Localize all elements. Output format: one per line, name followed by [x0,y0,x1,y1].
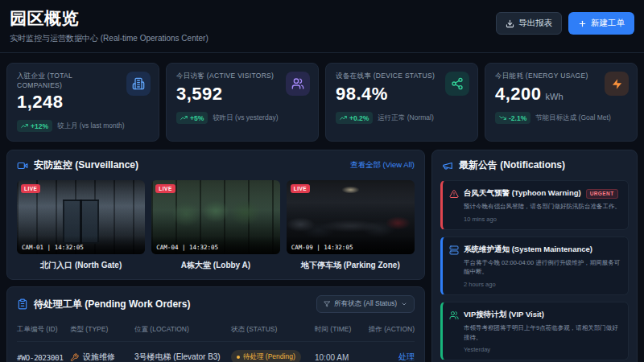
camera-caption: 北门入口 (North Gate) [17,260,145,271]
left-column: 安防监控 (Surveillance) 查看全部 (View All) LIVE… [6,150,425,362]
notification-body: 预计今晚有强台风登陆，请各部门做好防汛防台准备工作。 [464,202,622,212]
live-badge: LIVE [21,184,40,193]
order-type: 设施维修 [70,352,134,362]
stat-value: 4,200 [495,84,542,105]
stat-unit: kWh [546,92,564,101]
trend-up-icon [180,114,188,121]
visitors-icon [286,72,310,96]
funnel-icon [324,301,330,307]
trend-badge: +5% [176,112,208,124]
stat-card-device-status: 设备在线率 (DEVICE STATUS) 98.4% +0.2% 运行正常 (… [325,63,478,142]
header-actions: 导出报表 新建工单 [496,12,634,35]
notification-title: 系统维护通知 (System Maintenance) [464,245,592,255]
stat-card-energy-usage: 今日能耗 (ENERGY USAGE) 4,200kWh -2.1% 节能目标达… [485,63,638,142]
order-type-label: 设施维修 [83,352,115,362]
page-header: 园区概览 实时监控与运营数据中心 (Real-time Operations C… [0,0,644,53]
trend-value: -2.1% [509,114,526,122]
order-action-link[interactable]: 处理 [368,352,415,362]
device-network-icon [445,72,469,96]
trend-up-icon [21,122,28,130]
trend-badge: -2.1% [495,112,530,124]
stat-note: 节能目标达成 (Goal Met) [535,113,611,123]
col-header-status: 状态 (STATUS) [231,325,315,335]
camera-meta: CAM-04 | 14:32:05 [151,236,279,254]
notification-title: VIP接待计划 (VIP Visit) [464,310,544,320]
col-header-type: 类型 (TYPE) [70,325,134,335]
stat-note: 运行正常 (Normal) [378,113,433,123]
order-location: 3号楼电梯 (Elevator B3) [134,352,231,362]
camera-tile-north-gate[interactable]: LIVE CAM-01 | 14:32:05 北门入口 (North Gate) [17,180,145,271]
notification-system-maintenance[interactable]: 系统维护通知 (System Maintenance) 平台将于今晚 02:00… [440,237,629,295]
camera-meta: CAM-01 | 14:32:05 [17,236,145,254]
trend-value: +5% [190,114,204,122]
camera-caption: 地下停车场 (Parking Zone) [287,260,415,271]
urgent-badge: URGENT [586,189,618,199]
energy-bolt-icon [605,72,629,96]
status-filter-dropdown[interactable]: 所有状态 (All Status) [316,295,415,313]
trend-up-icon [340,114,347,121]
table-row: #WO-2023001 设施维修 3号楼电梯 (Elevator B3) 待处理… [17,341,415,362]
stat-note: 较昨日 (vs yesterday) [213,113,278,123]
camera-tile-lobby-a[interactable]: LIVE CAM-04 | 14:32:05 A栋大堂 (Lobby A) [151,180,279,271]
trend-value: +12% [31,122,48,130]
building-icon [126,72,151,96]
notifications-panel: 最新公告 (Notifications) 台风天气预警 (Typhoon War… [431,150,638,362]
notification-body: 市领导考察团将于明日上午9点莅临参观，请相关部门做好接待。 [464,323,622,342]
notifications-title: 最新公告 (Notifications) [459,158,565,172]
notification-content: 台风天气预警 (Typhoon Warning) URGENT 预计今晚有强台风… [464,188,622,223]
view-all-link[interactable]: 查看全部 (View All) [350,160,415,171]
notification-time: 2 hours ago [464,281,622,288]
trend-value: +0.2% [349,114,369,122]
notification-typhoon-warning[interactable]: 台风天气预警 (Typhoon Warning) URGENT 预计今晚有强台风… [440,180,629,230]
camera-meta: CAM-09 | 14:32:05 [287,236,415,254]
video-camera-icon [17,160,28,171]
live-badge: LIVE [291,184,310,193]
notification-body: 平台将于今晚 02:00-04:00 进行例行升级维护，期间服务可能中断。 [464,258,622,277]
stat-value: 98.4% [336,84,388,105]
trend-badge: +0.2% [336,112,373,124]
table-header-row: 工单编号 (ID) 类型 (TYPE) 位置 (LOCATION) 状态 (ST… [17,319,415,341]
warning-triangle-icon [449,189,459,223]
chevron-down-icon [401,301,407,307]
order-status: 待处理 (Pending) [231,350,315,362]
col-header-time: 时间 (TIME) [315,325,368,335]
status-filter-label: 所有状态 (All Status) [334,299,397,309]
megaphone-icon [442,160,453,171]
export-report-label: 导出报表 [518,18,552,29]
stat-value: 1,248 [17,92,64,113]
order-id: #WO-2023001 [17,353,70,362]
wrench-icon [70,353,79,362]
live-badge: LIVE [155,184,175,193]
stat-card-active-visitors: 今日访客 (ACTIVE VISITORS) 3,592 +5% 较昨日 (vs… [166,63,319,142]
col-header-action: 操作 (ACTION) [368,325,415,335]
header-text: 园区概览 实时监控与运营数据中心 (Real-time Operations C… [10,7,208,44]
stat-note: 较上月 (vs last month) [57,121,125,131]
camera-feed-lobby-a: LIVE CAM-04 | 14:32:05 [151,180,279,254]
work-orders-table: 工单编号 (ID) 类型 (TYPE) 位置 (LOCATION) 状态 (ST… [17,319,415,362]
work-orders-title: 待处理工单 (Pending Work Orders) [34,298,190,311]
plus-icon [578,19,587,28]
server-icon [449,245,459,288]
notification-content: VIP接待计划 (VIP Visit) 市领导考察团将于明日上午9点莅临参观，请… [464,310,622,353]
camera-tile-parking-zone[interactable]: LIVE CAM-09 | 14:32:05 地下停车场 (Parking Zo… [287,180,415,271]
notification-list: 台风天气预警 (Typhoon Warning) URGENT 预计今晚有强台风… [440,180,629,362]
surveillance-title: 安防监控 (Surveillance) [34,158,138,172]
notification-time: 10 mins ago [464,216,622,223]
page-subtitle: 实时监控与运营数据中心 (Real-time Operations Center… [10,33,208,44]
new-work-order-label: 新建工单 [591,18,625,29]
download-icon [506,19,514,28]
trend-down-icon [499,114,506,121]
notification-vip-visit[interactable]: VIP接待计划 (VIP Visit) 市领导考察团将于明日上午9点莅临参观，请… [440,302,629,360]
status-badge: 待处理 (Pending) [231,350,301,362]
order-time: 10:00 AM [315,353,368,362]
stat-card-total-companies: 入驻企业 (TOTAL COMPANIES) 1,248 +12% 较上月 (v… [6,63,159,142]
new-work-order-button[interactable]: 新建工单 [568,12,634,35]
export-report-button[interactable]: 导出报表 [496,12,562,35]
main-content: 安防监控 (Surveillance) 查看全部 (View All) LIVE… [0,142,644,362]
notification-time: Yesterday [464,346,622,353]
col-header-location: 位置 (LOCATION) [134,325,231,335]
surveillance-panel: 安防监控 (Surveillance) 查看全部 (View All) LIVE… [6,150,425,280]
col-header-id: 工单编号 (ID) [17,325,70,335]
clipboard-icon [17,298,28,310]
page-title: 园区概览 [10,7,208,30]
